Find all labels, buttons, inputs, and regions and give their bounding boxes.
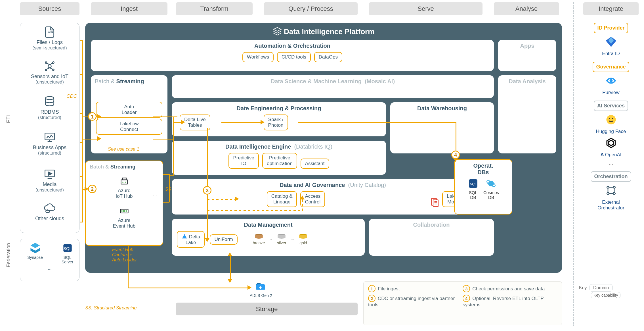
cosmos-label: Cosmos DB: [483, 190, 499, 200]
automation-title: Automation & Orchestration: [95, 43, 490, 49]
openai-label: A OpenAI: [583, 152, 639, 158]
source-files: 0101 Files / Logs(semi-structured): [20, 26, 79, 51]
gov-title-pill: Governance: [593, 62, 629, 72]
col-sources: Sources: [20, 2, 79, 15]
ext-orch-label: External Orchestrator: [583, 199, 639, 211]
pill-workflows: Workflows: [242, 52, 274, 62]
silver-icon: [277, 234, 286, 240]
pill-deltalake: Delta Lake: [177, 231, 205, 248]
adls-label: ADLS Gen 2: [250, 293, 272, 298]
col-transform: Transform: [176, 2, 253, 15]
gold-label: gold: [298, 241, 308, 245]
media-icon: [43, 168, 56, 180]
svg-rect-33: [121, 180, 127, 184]
app-icon: [43, 131, 56, 143]
key-domain: Domain: [590, 284, 612, 292]
step-4: 4: [451, 151, 460, 159]
key-label: Key: [579, 285, 587, 290]
pill-dataops: DataOps: [314, 52, 342, 62]
col-serve: Serve: [369, 2, 483, 15]
db-icon: [43, 95, 56, 108]
pill-cicd: CI/CD tools: [277, 52, 311, 62]
col-integrate: Integrate: [583, 2, 639, 15]
entra-icon: [605, 36, 617, 48]
more-dots: …: [153, 192, 157, 197]
operat-title: Operat. DBs: [459, 163, 508, 176]
svg-marker-19: [273, 28, 281, 31]
ss-label: SS: [165, 187, 171, 192]
file-icon: 0101: [43, 26, 56, 38]
source-media: Media(unstructured): [20, 168, 79, 193]
de-title: Date Engineering & Processing: [176, 105, 382, 112]
architecture-diagram: Sources Ingest Transform Query / Process…: [0, 0, 644, 331]
bs-outer-title: Batch & Streaming: [90, 164, 163, 170]
dsml-card: Data Science & Machine Learning (Mosaic …: [172, 75, 494, 98]
ss-legend: SS: Structured Streaming: [85, 305, 137, 311]
sec-gov: Governance Purview: [583, 62, 639, 95]
pill-uniform: UniForm: [210, 234, 237, 245]
step-1: 1: [88, 112, 97, 121]
svg-marker-29: [182, 234, 187, 239]
step-3: 3: [203, 186, 211, 195]
delta-icon: [181, 233, 188, 240]
col-ingest: Ingest: [91, 2, 167, 15]
svg-point-35: [122, 182, 123, 183]
col-analyse: Analyse: [494, 2, 559, 15]
sec-orch: Orchestration External Orchestrator: [583, 171, 639, 211]
svg-marker-49: [607, 138, 615, 148]
ai-title-pill: AI Services: [594, 101, 628, 111]
integrate-column: ID Provider Entra ID Governance Purview …: [583, 23, 639, 216]
apps-title: Apps: [502, 43, 552, 49]
ai-more: …: [583, 161, 639, 166]
eventhub-icon: [119, 205, 130, 217]
gold-icon: [298, 234, 308, 240]
cosmos-icon: [485, 178, 497, 189]
operat-card: Operat. DBs SQL SQL DB Cosmos DB: [454, 159, 512, 215]
col-query: Query / Process: [264, 2, 358, 15]
source-apps: Business Apps(structured): [20, 131, 79, 156]
svg-rect-11: [45, 133, 54, 140]
svg-point-36: [125, 182, 126, 183]
legend-3: Check permissions and save data: [472, 286, 545, 292]
batch-streaming-outer: Batch & Streaming Azure IoT Hub … Azure …: [85, 161, 163, 246]
orch-icon: [605, 184, 617, 197]
legend-2: CDC or streaming ingest via partner tool…: [368, 296, 455, 307]
pill-predio: Predictive IO: [228, 153, 259, 169]
source-clouds: Other clouds: [20, 202, 79, 222]
etl-label: ETL: [6, 114, 12, 123]
dsml-title: Data Science & Machine Learning (Mosaic …: [176, 78, 490, 85]
svg-line-7: [50, 63, 53, 65]
pill-assistant: Assistant: [301, 159, 329, 169]
svg-line-8: [47, 68, 50, 70]
svg-rect-34: [122, 178, 126, 180]
bs-title: Batch & Streaming: [95, 78, 163, 85]
adls-icon: [255, 280, 267, 292]
federation-panel: Synapse SQL SQL Server …: [20, 239, 79, 281]
bronze-icon: [254, 234, 264, 240]
integrate-separator: [573, 2, 574, 326]
automation-card: Automation & Orchestration Workflows CI/…: [91, 40, 494, 71]
synapse-icon: [29, 242, 41, 254]
data-analysis-card: Data Analysis: [498, 75, 556, 153]
pill-autoloader: Auto Loader: [96, 102, 162, 118]
adls-block: ADLS Gen 2: [250, 280, 272, 298]
collab-title: Collaboration: [373, 222, 490, 228]
source-rdbms: RDBMS(structured): [20, 95, 79, 120]
apps-card: Apps: [498, 40, 556, 71]
report-icon: [430, 197, 440, 207]
die-title: Data Intelligence Engine (Databricks IQ): [176, 143, 382, 150]
legend-1: File ingest: [378, 286, 400, 292]
key-box: Key Domain Key capability: [579, 284, 640, 298]
cloud-icon: [43, 202, 56, 215]
sensor-icon: [43, 60, 56, 72]
svg-point-51: [607, 186, 609, 188]
dw-card: Data Warehousing: [390, 102, 494, 153]
orch-title-pill: Orchestration: [591, 171, 631, 182]
pill-spark: Spark / Photon: [264, 115, 288, 130]
sources-panel: 0101 Files / Logs(semi-structured) Senso…: [20, 23, 79, 233]
svg-marker-15: [49, 172, 52, 175]
legend-panel: 1File ingest 2CDC or streaming ingest vi…: [363, 281, 562, 325]
bronze-label: bronze: [253, 241, 265, 245]
silver-label: silver: [277, 241, 286, 245]
synapse-label: Synapse: [27, 255, 43, 260]
